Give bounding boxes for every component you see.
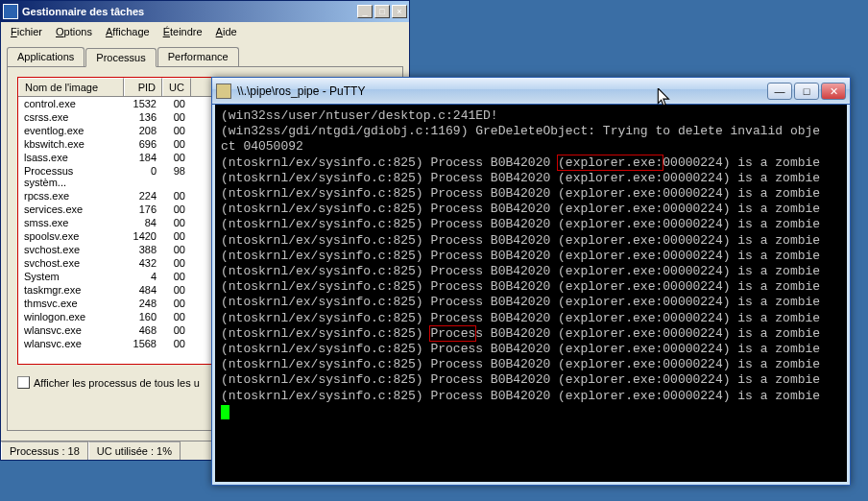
cell-uc: 00 xyxy=(162,110,191,124)
cell-name: eventlog.exe xyxy=(18,124,124,137)
col-uc-header[interactable]: UC xyxy=(162,78,191,96)
cell-uc: 00 xyxy=(162,124,191,137)
terminal-cursor xyxy=(221,405,229,419)
cell-name: System xyxy=(18,270,124,283)
cell-pid: 1568 xyxy=(124,337,162,350)
menu-affichage[interactable]: Affichage xyxy=(100,24,156,39)
checkbox-label: Afficher les processus de tous les u xyxy=(34,377,200,389)
menu-fichier[interactable]: Fichier xyxy=(5,24,48,39)
checkbox-icon xyxy=(17,376,30,389)
menubar: Fichier Options Affichage Éteindre Aide xyxy=(1,22,409,41)
cell-pid: 184 xyxy=(124,151,162,164)
cell-uc: 00 xyxy=(162,189,191,203)
terminal-line: (ntoskrnl/ex/sysinfo.c:825) Process B0B4… xyxy=(221,326,841,342)
cell-name: csrss.exe xyxy=(18,110,124,124)
cell-pid: 176 xyxy=(124,203,162,216)
cell-pid: 388 xyxy=(124,243,162,256)
cell-name: winlogon.exe xyxy=(18,310,124,323)
menu-eteindre[interactable]: Éteindre xyxy=(157,24,208,39)
cell-pid: 4 xyxy=(124,270,162,283)
putty-titlebar[interactable]: \\.\pipe\ros_pipe - PuTTY — □ ✕ xyxy=(212,78,850,105)
terminal-line: (win32ss/gdi/ntgdi/gdiobj.c:1169) GreDel… xyxy=(221,124,841,139)
terminal-line: (ntoskrnl/ex/sysinfo.c:825) Process B0B4… xyxy=(221,311,841,326)
cell-name: rpcss.exe xyxy=(18,189,124,203)
terminal-line: (ntoskrnl/ex/sysinfo.c:825) Process B0B4… xyxy=(221,202,841,217)
terminal-area[interactable]: (win32ss/user/ntuser/desktop.c:241ED!(wi… xyxy=(212,105,850,485)
cell-name: thmsvc.exe xyxy=(18,297,124,310)
terminal-line: (ntoskrnl/ex/sysinfo.c:825) Process B0B4… xyxy=(221,357,841,372)
cell-uc: 00 xyxy=(162,137,191,151)
terminal-line: (ntoskrnl/ex/sysinfo.c:825) Process B0B4… xyxy=(221,155,841,171)
menu-aide[interactable]: Aide xyxy=(210,24,243,39)
cell-pid: 468 xyxy=(124,323,162,337)
cell-name: svchost.exe xyxy=(18,243,124,256)
terminal-line: (ntoskrnl/ex/sysinfo.c:825) Process B0B4… xyxy=(221,249,841,264)
terminal-line: (ntoskrnl/ex/sysinfo.c:825) Process B0B4… xyxy=(221,295,841,310)
cell-uc: 00 xyxy=(162,323,191,337)
cell-uc: 98 xyxy=(162,164,191,189)
titlebar[interactable]: Gestionnaire des tâches _ □ × xyxy=(1,1,409,22)
putty-maximize-button[interactable]: □ xyxy=(794,83,819,100)
cell-name: control.exe xyxy=(18,97,124,110)
cell-uc: 00 xyxy=(162,283,191,297)
maximize-button[interactable]: □ xyxy=(374,5,390,18)
cell-uc: 00 xyxy=(162,151,191,164)
tab-processus[interactable]: Processus xyxy=(85,48,156,67)
cell-uc: 00 xyxy=(162,203,191,216)
highlight-box: Proces xyxy=(430,326,475,341)
cell-uc: 00 xyxy=(162,310,191,323)
cell-pid: 432 xyxy=(124,256,162,270)
cell-pid: 208 xyxy=(124,124,162,137)
terminal-line: (ntoskrnl/ex/sysinfo.c:825) Process B0B4… xyxy=(221,171,841,186)
cell-pid: 484 xyxy=(124,283,162,297)
close-button[interactable]: × xyxy=(392,5,407,18)
cell-name: kbswitch.exe xyxy=(18,137,124,151)
tab-performance[interactable]: Performance xyxy=(157,47,239,66)
putty-close-button[interactable]: ✕ xyxy=(821,83,846,100)
cell-uc: 00 xyxy=(162,229,191,243)
cell-pid: 0 xyxy=(124,164,162,189)
cell-name: Processus systèm... xyxy=(18,164,124,189)
cell-name: lsass.exe xyxy=(18,151,124,164)
putty-icon xyxy=(216,84,231,99)
tab-applications[interactable]: Applications xyxy=(7,47,84,66)
window-title: Gestionnaire des tâches xyxy=(22,6,357,17)
cell-pid: 224 xyxy=(124,189,162,203)
minimize-button[interactable]: _ xyxy=(357,5,373,18)
status-cpu-usage: UC utilisée : 1% xyxy=(88,441,181,460)
putty-title: \\.\pipe\ros_pipe - PuTTY xyxy=(237,84,767,98)
cell-name: smss.exe xyxy=(18,216,124,229)
menu-options[interactable]: Options xyxy=(50,24,98,39)
cell-pid: 160 xyxy=(124,310,162,323)
cell-pid: 696 xyxy=(124,137,162,151)
cell-pid: 248 xyxy=(124,297,162,310)
terminal-line: (ntoskrnl/ex/sysinfo.c:825) Process B0B4… xyxy=(221,186,841,202)
putty-window: \\.\pipe\ros_pipe - PuTTY — □ ✕ (win32ss… xyxy=(211,77,851,486)
cell-uc: 00 xyxy=(162,97,191,110)
terminal-line: (ntoskrnl/ex/sysinfo.c:825) Process B0B4… xyxy=(221,279,841,295)
highlight-box: (explorer.exe: xyxy=(558,155,663,170)
cell-uc: 00 xyxy=(162,337,191,350)
cell-pid: 1532 xyxy=(124,97,162,110)
terminal-line: (ntoskrnl/ex/sysinfo.c:825) Process B0B4… xyxy=(221,264,841,279)
putty-minimize-button[interactable]: — xyxy=(767,83,792,100)
terminal-line: (ntoskrnl/ex/sysinfo.c:825) Process B0B4… xyxy=(221,233,841,249)
status-process-count: Processus : 18 xyxy=(1,441,88,460)
terminal-line: (win32ss/user/ntuser/desktop.c:241ED! xyxy=(221,108,841,124)
cell-pid: 1420 xyxy=(124,229,162,243)
cell-name: wlansvc.exe xyxy=(18,337,124,350)
col-name-header[interactable]: Nom de l'image xyxy=(18,78,124,96)
cell-name: taskmgr.exe xyxy=(18,283,124,297)
cell-uc: 00 xyxy=(162,243,191,256)
app-icon xyxy=(3,4,18,19)
terminal-line: (ntoskrnl/ex/sysinfo.c:825) Process B0B4… xyxy=(221,342,841,357)
cell-name: services.exe xyxy=(18,203,124,216)
tabs: Applications Processus Performance xyxy=(7,47,403,66)
cell-name: svchost.exe xyxy=(18,256,124,270)
col-pid-header[interactable]: PID xyxy=(124,78,162,96)
cell-name: wlansvc.exe xyxy=(18,323,124,337)
cell-uc: 00 xyxy=(162,256,191,270)
terminal-line: ct 04050092 xyxy=(221,139,841,155)
cell-uc: 00 xyxy=(162,216,191,229)
terminal-line: (ntoskrnl/ex/sysinfo.c:825) Process B0B4… xyxy=(221,217,841,232)
